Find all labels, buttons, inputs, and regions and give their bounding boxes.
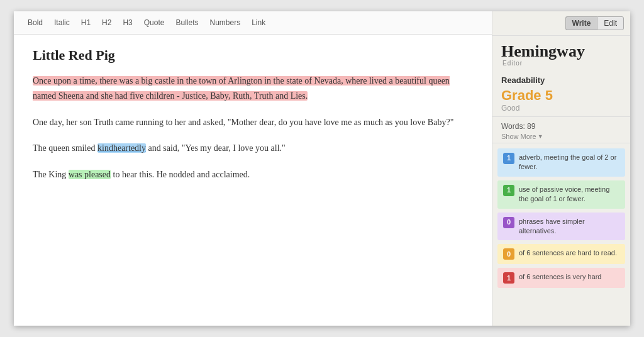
- toolbar-btn-bold[interactable]: Bold: [26, 18, 44, 28]
- sidebar: Write Edit Hemingway Editor Readability …: [492, 11, 630, 326]
- chevron-down-icon: ▼: [538, 133, 543, 140]
- adverb-highlight: kindheartedly: [97, 143, 146, 153]
- hard-sentence-highlight: Once upon a time, there was a big castle…: [33, 76, 450, 101]
- hint-text-0: adverb, meeting the goal of 2 or fewer.: [519, 153, 619, 172]
- grade-desc: Good: [501, 104, 621, 113]
- paragraph-para4: The King was pleased to hear this. He no…: [33, 167, 473, 182]
- paragraph-para3: The queen smiled kindheartedly and said,…: [33, 141, 473, 156]
- hint-text-4: of 6 sentences is very hard: [519, 272, 601, 282]
- words-count-label: Words: 89: [501, 122, 621, 131]
- write-mode-button[interactable]: Write: [565, 16, 597, 30]
- words-count-section: Words: 89 Show More ▼: [492, 117, 630, 143]
- toolbar-btn-h3[interactable]: H3: [121, 18, 133, 28]
- hint-card-2: 0phrases have simpler alternatives.: [497, 213, 625, 241]
- toolbar-btn-link[interactable]: Link: [250, 18, 267, 28]
- readability-section: Readability Grade 5 Good: [492, 69, 630, 117]
- hint-text-2: phrases have simpler alternatives.: [519, 217, 619, 236]
- hint-badge-2: 0: [503, 217, 514, 228]
- readability-label: Readability: [501, 75, 621, 85]
- editor-panel: BoldItalicH1H2H3QuoteBulletsNumbersLink …: [14, 11, 492, 326]
- mode-toggle-bar: Write Edit: [492, 11, 630, 36]
- document-title: Little Red Pig: [33, 47, 473, 64]
- app-subtitle: Editor: [502, 60, 621, 67]
- toolbar-btn-numbers[interactable]: Numbers: [208, 18, 242, 28]
- hint-text-3: of 6 sentences are hard to read.: [519, 248, 617, 258]
- hints-section: 1adverb, meeting the goal of 2 or fewer.…: [492, 143, 630, 293]
- app-title: Hemingway: [501, 43, 621, 60]
- hint-badge-0: 1: [503, 153, 514, 164]
- toolbar-btn-quote[interactable]: Quote: [143, 18, 166, 28]
- toolbar-btn-italic[interactable]: Italic: [53, 18, 71, 28]
- toolbar: BoldItalicH1H2H3QuoteBulletsNumbersLink: [14, 11, 492, 35]
- paragraph-para2: One day, her son Truth came running to h…: [33, 115, 473, 130]
- show-more-button[interactable]: Show More ▼: [501, 133, 621, 140]
- toolbar-btn-h1[interactable]: H1: [80, 18, 92, 28]
- hint-text-1: use of passive voice, meeting the goal o…: [519, 185, 619, 204]
- hint-card-0: 1adverb, meeting the goal of 2 or fewer.: [497, 148, 625, 177]
- hint-card-3: 0of 6 sentences are hard to read.: [497, 244, 625, 264]
- hint-card-1: 1use of passive voice, meeting the goal …: [497, 180, 625, 209]
- toolbar-btn-h2[interactable]: H2: [101, 18, 113, 28]
- hint-badge-3: 0: [503, 248, 514, 260]
- grade-value: Grade 5: [501, 87, 621, 104]
- app-name-section: Hemingway Editor: [492, 36, 630, 69]
- editor-content: Little Red Pig Once upon a time, there w…: [14, 35, 492, 326]
- hint-badge-4: 1: [503, 272, 514, 284]
- toolbar-btn-bullets[interactable]: Bullets: [174, 18, 199, 28]
- edit-mode-button[interactable]: Edit: [597, 16, 624, 30]
- hint-badge-1: 1: [503, 185, 514, 196]
- paragraph-para1: Once upon a time, there was a big castle…: [33, 74, 473, 104]
- hint-card-4: 1of 6 sentences is very hard: [497, 268, 625, 288]
- paragraphs-container: Once upon a time, there was a big castle…: [33, 74, 473, 182]
- show-more-label: Show More: [501, 133, 536, 140]
- passive-voice-highlight: was pleased: [69, 170, 111, 179]
- app-container: BoldItalicH1H2H3QuoteBulletsNumbersLink …: [14, 11, 630, 326]
